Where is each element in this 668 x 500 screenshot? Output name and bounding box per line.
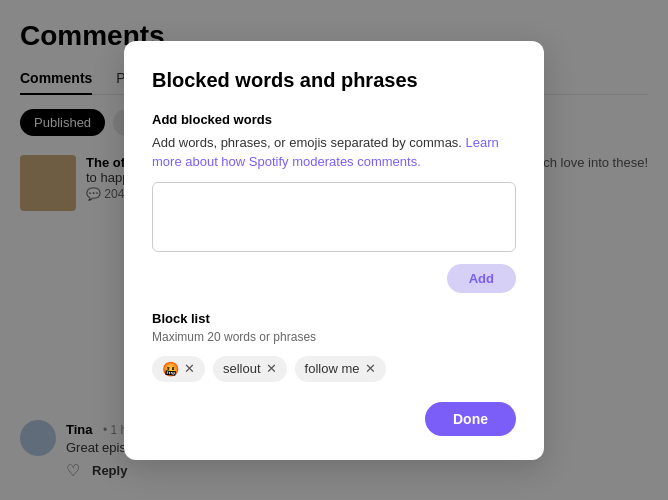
modal-title: Blocked words and phrases	[152, 69, 516, 92]
tag-follow-me-close[interactable]: ✕	[365, 362, 376, 375]
add-blocked-words-desc: Add words, phrases, or emojis separated …	[152, 133, 516, 172]
tag-sellout: sellout ✕	[213, 356, 287, 382]
tag-emoji-close[interactable]: ✕	[184, 362, 195, 375]
tag-emoji: 🤬 ✕	[152, 356, 205, 382]
tag-follow-me: follow me ✕	[295, 356, 386, 382]
blocked-words-textarea[interactable]	[152, 182, 516, 252]
tag-emoji-icon: 🤬	[162, 361, 179, 377]
done-button[interactable]: Done	[425, 402, 516, 436]
tag-sellout-label: sellout	[223, 361, 261, 376]
add-blocked-words-label: Add blocked words	[152, 112, 516, 127]
block-list-subtitle: Maximum 20 words or phrases	[152, 330, 516, 344]
add-button[interactable]: Add	[447, 264, 516, 293]
blocked-words-modal: Blocked words and phrases Add blocked wo…	[124, 41, 544, 460]
modal-footer: Done	[152, 402, 516, 436]
tag-follow-me-label: follow me	[305, 361, 360, 376]
tag-sellout-close[interactable]: ✕	[266, 362, 277, 375]
tags-row: 🤬 ✕ sellout ✕ follow me ✕	[152, 356, 516, 382]
add-button-row: Add	[152, 264, 516, 293]
block-list-label: Block list	[152, 311, 516, 326]
modal-overlay: Blocked words and phrases Add blocked wo…	[0, 0, 668, 500]
